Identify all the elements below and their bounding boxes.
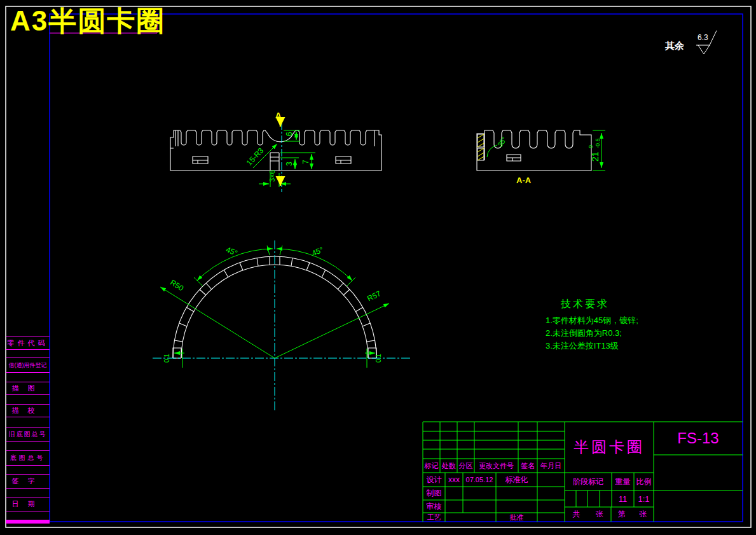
- sidebar-item-part-code: 零件代码: [6, 337, 50, 350]
- tb-header-sign: 签名: [518, 459, 537, 473]
- dim-7-label: 7: [301, 160, 310, 164]
- gap-right-label: 0.1: [375, 354, 382, 363]
- tb-scale-label: 比例: [634, 473, 654, 490]
- tb-design-by: xxx: [445, 473, 463, 487]
- tb-draft-label: 制图: [423, 487, 445, 500]
- gap-left-label: 0.1: [163, 354, 170, 363]
- tb-header-doc-no: 更改文件号: [474, 459, 518, 473]
- sidebar-item-date: 日期: [6, 497, 50, 511]
- tb-sheet-index-suffix: 张: [639, 509, 647, 520]
- dim-slot-size-label: 3×6: [268, 170, 276, 182]
- tech-req-item: 1.零件材料为45钢，镀锌;: [546, 314, 711, 327]
- sidebar-item-old-drawing-no: 旧底图总号: [6, 427, 50, 442]
- cad-drawing-page: 6 15-R3 3 7 3×6 A 21 0: [0, 0, 756, 535]
- tb-design-date: 07.05.12: [463, 473, 496, 487]
- section-view-title: A-A: [516, 176, 532, 185]
- tb-approve-label: 批准: [496, 513, 537, 522]
- tech-req-item: 3.未注公差按IT13级: [546, 340, 711, 352]
- section-cut-markers: A: [275, 111, 282, 186]
- arc-left-label: 45°: [224, 245, 238, 258]
- front-view-outline: [170, 130, 381, 170]
- tech-req-title: 技术要求: [561, 298, 711, 311]
- tb-header-count: 处数: [440, 459, 457, 473]
- tb-weight-label: 重量: [612, 473, 634, 490]
- radius-inner-label: R50: [168, 278, 185, 293]
- tb-drawing-no: FS-13: [654, 422, 743, 455]
- dim-slots-label: 15-R3: [245, 146, 266, 167]
- tb-process-label: 工艺: [423, 513, 445, 522]
- tb-sheets-total-prefix: 共: [572, 509, 580, 520]
- tb-stage-label: 阶段标记: [565, 473, 612, 490]
- tb-check-label: 审核: [423, 500, 445, 513]
- dim-tol-upper-label: 0: [588, 145, 594, 148]
- radius-outer-label: R57: [366, 289, 382, 303]
- plan-view-dim-labels: 45° 45° R50 R57 0.1 0.1: [163, 245, 383, 363]
- technical-requirements: 技术要求 1.零件材料为45钢，镀锌; 2.未注倒圆角为R0.3; 3.未注公差…: [546, 298, 711, 352]
- sidebar-item-signature: 签字: [6, 474, 50, 489]
- sidebar-item-trace-check: 描校: [6, 404, 50, 417]
- dim-tol-lower-label: -0.5: [594, 138, 601, 148]
- tb-sheets-total: 共 张: [565, 507, 611, 522]
- tech-req-item: 2.未注倒圆角为R0.3;: [546, 327, 711, 340]
- arc-right-label: 45°: [310, 245, 324, 258]
- tb-weight-value: 11: [612, 490, 634, 507]
- dim-3-label: 3: [285, 162, 294, 166]
- dim-height-label: 21: [590, 151, 600, 162]
- sidebar-bottom-bar: [6, 520, 50, 524]
- tb-sheet-index: 第 张: [611, 507, 654, 522]
- tb-scale-value: 1:1: [634, 490, 654, 507]
- tb-standardize-label: 标准化: [496, 473, 537, 487]
- section-view-dimensions: [487, 130, 605, 170]
- dim-angle-label: 35°: [496, 135, 508, 149]
- section-view-outline: [477, 130, 591, 170]
- section-marker-top-label: A: [275, 111, 282, 120]
- tb-sheet-index-prefix: 第: [618, 509, 626, 520]
- tb-part-name: 半圆卡圈: [565, 422, 654, 473]
- tb-header-date: 年月日: [537, 459, 565, 473]
- sidebar-item-tracing: 描图: [6, 382, 50, 395]
- page-title: A3半圆卡圈: [10, 3, 165, 40]
- sidebar-item-borrow-record: 借(通)用件登记: [6, 358, 50, 373]
- tb-header-zone: 分区: [457, 459, 474, 473]
- tb-design-label: 设计: [423, 473, 445, 487]
- surface-roughness-value: 6.3: [698, 33, 708, 42]
- tb-header-mark: 标记: [423, 459, 440, 473]
- sidebar-item-drawing-no: 底图总号: [6, 450, 50, 466]
- surface-note-prefix: 其余: [665, 40, 684, 52]
- tb-sheets-total-suffix: 张: [596, 509, 603, 520]
- dim-depth-label: 6: [285, 132, 294, 136]
